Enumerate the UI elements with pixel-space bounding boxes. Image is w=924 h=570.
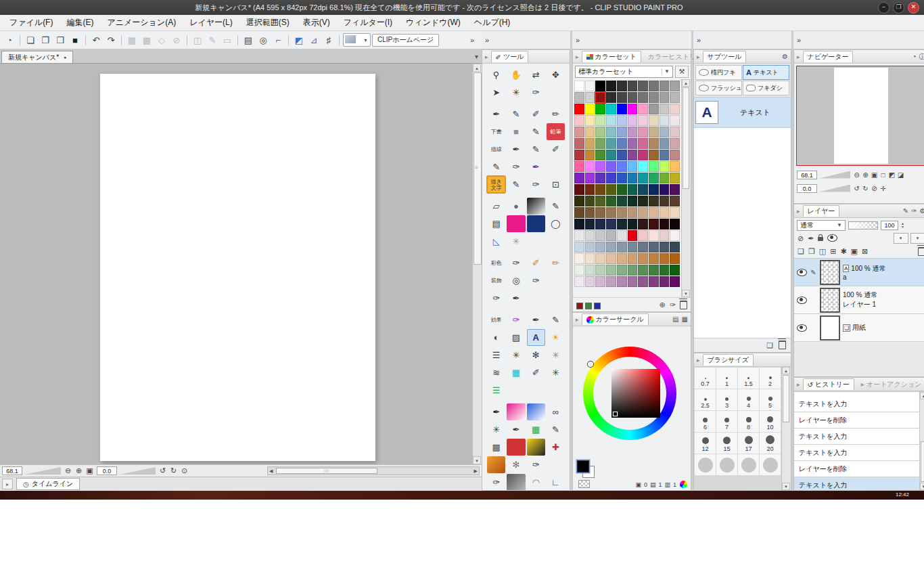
tool-cell[interactable]: [547, 382, 565, 399]
tool-hatch[interactable]: ☰: [487, 382, 505, 399]
draft-layer-icon[interactable]: ✒: [808, 234, 814, 243]
subtool-settings-icon[interactable]: ⚙: [782, 53, 788, 60]
color-swatch[interactable]: [638, 161, 648, 172]
color-swatch[interactable]: [670, 92, 680, 103]
tool-grad-dark[interactable]: [507, 474, 525, 490]
tool-text[interactable]: A: [527, 329, 545, 346]
color-swatch[interactable]: [617, 253, 627, 264]
layer-brush-icon[interactable]: ✑: [911, 207, 917, 215]
navigator-preview[interactable]: [796, 66, 924, 166]
layer-property-icon[interactable]: ⊠: [862, 247, 868, 256]
color-swatch[interactable]: [660, 104, 670, 114]
tool-snow[interactable]: ✻: [527, 347, 545, 364]
color-swatch[interactable]: [606, 207, 616, 218]
color-swatch[interactable]: [649, 207, 659, 218]
open-file-icon[interactable]: ❐: [39, 33, 52, 47]
color-swatch[interactable]: [628, 184, 638, 195]
color-swatch[interactable]: [617, 196, 627, 206]
brush-size-cell[interactable]: 2: [760, 368, 781, 389]
layer-thumbnail[interactable]: [820, 260, 840, 285]
brush-size-cell[interactable]: 4: [738, 389, 759, 410]
color-swatch[interactable]: [606, 161, 616, 172]
toolbar-item[interactable]: [187, 35, 187, 45]
color-swatch[interactable]: [638, 127, 648, 137]
color-swatch[interactable]: [617, 184, 627, 195]
scroll-up-icon[interactable]: ▲: [782, 367, 790, 374]
tool-ellipse[interactable]: ◯: [547, 215, 565, 232]
tool-gradient[interactable]: [527, 198, 545, 215]
tool-cell[interactable]: [527, 233, 545, 250]
canvas-page[interactable]: [100, 74, 375, 461]
tool-brush-6[interactable]: ✒: [507, 290, 525, 307]
palette-grip-icon[interactable]: ▸: [697, 357, 700, 364]
nav-actual-size[interactable]: □: [879, 171, 887, 179]
color-swatch[interactable]: [649, 253, 659, 264]
zoom-value[interactable]: 68.1: [2, 466, 22, 475]
new-subtool-icon[interactable]: ❏: [766, 341, 773, 350]
tool-lines[interactable]: ☰: [487, 347, 505, 364]
blend-mode-select[interactable]: 通常 ▼: [797, 220, 846, 231]
color-swatch[interactable]: [638, 276, 648, 287]
color-swatch[interactable]: [670, 265, 680, 276]
color-swatch[interactable]: [670, 150, 680, 160]
opacity-slider[interactable]: [848, 221, 878, 229]
color-swatch[interactable]: [617, 230, 627, 241]
brush-size-cell[interactable]: 10: [760, 411, 781, 432]
color-swatch[interactable]: [649, 196, 659, 206]
scroll-thumb[interactable]: [783, 375, 789, 422]
color-swatch[interactable]: [660, 115, 670, 126]
status-reset-rotation[interactable]: ⊙: [179, 466, 189, 475]
color-swatch[interactable]: [585, 115, 595, 126]
color-swatch[interactable]: [606, 265, 616, 276]
tool-fill-red[interactable]: [507, 439, 525, 456]
tab-colorcircle[interactable]: カラーサークル: [582, 313, 649, 325]
tool-lettering[interactable]: 描き 文字: [487, 176, 505, 193]
menu-item[interactable]: 選択範囲(S): [239, 14, 296, 31]
brush-size-cell[interactable]: 1: [716, 368, 737, 389]
color-swatch[interactable]: [574, 242, 584, 253]
color-swatch[interactable]: [585, 173, 595, 183]
nav-reset-rotation[interactable]: ⊘: [870, 185, 879, 192]
tool-cell[interactable]: [527, 382, 545, 399]
color-swatch[interactable]: [595, 207, 605, 218]
canvas-tab[interactable]: 新規キャンバス* ●: [1, 51, 73, 63]
tool-infinity[interactable]: ∞: [547, 403, 565, 420]
undo-icon[interactable]: ↶: [89, 33, 103, 47]
toolbar-overflow[interactable]: »: [465, 33, 479, 47]
color-swatch[interactable]: [606, 253, 616, 264]
color-swatch[interactable]: [670, 207, 680, 218]
color-swatch[interactable]: [585, 184, 595, 195]
color-swatch[interactable]: [638, 173, 648, 183]
tool-pen-10[interactable]: ✎: [547, 311, 565, 328]
tool-ruler[interactable]: ◺: [487, 233, 505, 250]
color-swatch[interactable]: [670, 161, 680, 172]
nav-reset-display[interactable]: ✛: [879, 185, 887, 192]
tool-draft-group[interactable]: 下書: [487, 123, 505, 140]
tool-burst[interactable]: ✻: [507, 456, 525, 473]
status-zoom-in[interactable]: ⊕: [74, 466, 84, 475]
color-swatch[interactable]: [617, 81, 627, 91]
color-swatch[interactable]: [574, 92, 584, 103]
tool-cell[interactable]: [547, 84, 565, 101]
scroll-right-icon[interactable]: ▶: [474, 468, 478, 474]
tool-deco-group[interactable]: 装飾: [487, 272, 505, 289]
color-swatch[interactable]: [606, 127, 616, 137]
menu-item[interactable]: レイヤー(L): [183, 14, 239, 31]
vertical-scroll-thumb[interactable]: [473, 72, 482, 265]
color-swatch[interactable]: [628, 161, 638, 172]
color-swatch[interactable]: [595, 230, 605, 241]
toolbar-item[interactable]: [237, 35, 238, 45]
color-wheel-toggle-icon[interactable]: [680, 481, 687, 488]
brush-size-cell-large[interactable]: [760, 454, 781, 475]
color-swatch[interactable]: [585, 230, 595, 241]
transfer-layer-icon[interactable]: ◫: [819, 247, 826, 256]
color-swatch[interactable]: [660, 276, 670, 287]
tool-ring[interactable]: ◎: [507, 272, 525, 289]
tool-brush-purple[interactable]: ✒: [527, 158, 545, 175]
color-swatch[interactable]: [617, 161, 627, 172]
color-swatch[interactable]: [595, 265, 605, 276]
tool-wave[interactable]: ≋: [487, 364, 505, 381]
color-swatch[interactable]: [595, 161, 605, 172]
color-swatch[interactable]: [617, 127, 627, 137]
tool-grad-magenta[interactable]: [507, 403, 525, 420]
